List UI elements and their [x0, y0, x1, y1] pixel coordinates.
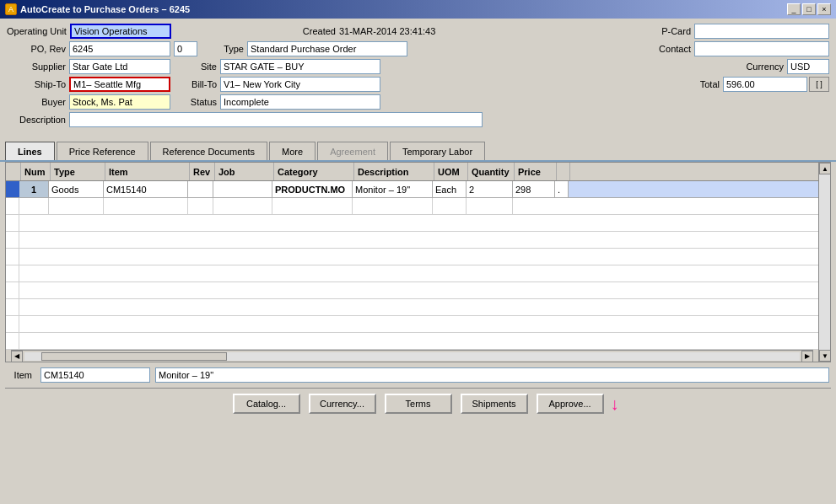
tab-lines[interactable]: Lines [5, 142, 55, 160]
cell-category[interactable]: PRODUCTN.MO [272, 181, 353, 197]
col-price: Price [515, 163, 557, 180]
pcard-input[interactable] [694, 24, 829, 39]
ship-to-label: Ship-To [7, 79, 66, 89]
description-label: Description [7, 115, 66, 125]
empty-row [6, 215, 818, 232]
cell-uom[interactable]: Each [433, 181, 467, 197]
empty-row [6, 232, 818, 249]
item-desc-input[interactable] [155, 367, 829, 383]
form-row-buyer: Buyer Status [7, 94, 829, 110]
terms-button[interactable]: Terms [385, 394, 452, 414]
currency-button[interactable]: Currency... [309, 394, 376, 414]
col-uom: UOM [434, 163, 468, 180]
horizontal-scrollbar[interactable]: ◀ ▶ [11, 350, 813, 362]
operating-unit-label: Operating Unit [7, 26, 67, 36]
currency-input[interactable] [787, 59, 829, 74]
status-input[interactable] [220, 94, 380, 110]
table-row[interactable]: 1 Goods CM15140 PRODUCTN.MO Monitor – 19… [6, 181, 818, 198]
currency-label: Currency [737, 62, 784, 72]
title-bar: A AutoCreate to Purchase Orders – 6245 _… [0, 0, 836, 19]
ship-to-input[interactable] [69, 77, 170, 92]
form-row-operating-unit: Operating Unit Created 31-MAR-2014 23:41… [7, 24, 829, 39]
close-button[interactable]: × [817, 3, 831, 15]
scroll-left-button[interactable]: ◀ [11, 351, 23, 362]
empty-rows [6, 198, 818, 350]
restore-button[interactable]: □ [802, 3, 816, 15]
item-code-input[interactable] [40, 367, 150, 383]
row-selector[interactable] [6, 181, 19, 197]
empty-row [6, 265, 818, 282]
tab-reference-documents[interactable]: Reference Documents [150, 142, 267, 160]
type-label: Type [210, 44, 244, 54]
cell-quantity[interactable]: 2 [467, 181, 513, 197]
cell-job[interactable] [213, 181, 272, 197]
cell-description[interactable]: Monitor – 19" [353, 181, 433, 197]
approve-button[interactable]: Approve... [537, 394, 604, 414]
col-description: Description [354, 163, 434, 180]
form-row-shipto: Ship-To Bill-To Total [ ] [7, 77, 829, 92]
item-status-bar: Item [0, 364, 836, 386]
tab-agreement: Agreement [317, 142, 388, 160]
tabs-bar: Lines Price Reference Reference Document… [0, 138, 836, 162]
window-controls[interactable]: _ □ × [787, 3, 831, 15]
approve-arrow-indicator: ↓ [611, 394, 619, 414]
scroll-down-button[interactable]: ▼ [819, 350, 831, 362]
contact-input[interactable] [694, 41, 829, 56]
cell-rev[interactable] [188, 181, 213, 197]
site-label: Site [183, 62, 217, 72]
form-row-description: Description [7, 112, 829, 127]
po-rev-num-input[interactable] [174, 41, 197, 56]
minimize-button[interactable]: _ [787, 3, 801, 15]
scroll-thumb[interactable] [41, 352, 227, 361]
scroll-up-button[interactable]: ▲ [819, 163, 831, 174]
col-category: Category [274, 163, 354, 180]
tab-more[interactable]: More [269, 142, 316, 160]
empty-row [6, 299, 818, 316]
po-rev-input[interactable] [69, 41, 170, 56]
col-type: Type [51, 163, 105, 180]
bottom-buttons: Catalog... Currency... Terms Shipments A… [0, 390, 836, 417]
empty-row [6, 198, 818, 215]
bill-to-input[interactable] [220, 77, 380, 92]
total-expand-button[interactable]: [ ] [809, 77, 829, 92]
created-label: Created [289, 26, 336, 36]
total-input[interactable] [723, 77, 807, 92]
tab-price-reference[interactable]: Price Reference [57, 142, 148, 160]
catalog-button[interactable]: Catalog... [233, 394, 300, 414]
scroll-track [24, 352, 800, 361]
status-label: Status [183, 97, 217, 107]
shipments-button[interactable]: Shipments [461, 394, 528, 414]
buyer-label: Buyer [7, 97, 66, 107]
total-label: Total [690, 79, 720, 89]
cell-extra: . [555, 181, 569, 197]
cell-type[interactable]: Goods [49, 181, 104, 197]
item-label: Item [7, 370, 32, 380]
vertical-scrollbar[interactable]: ▲ ▼ [818, 163, 830, 362]
form-row-po: PO, Rev Type Contact [7, 41, 829, 56]
empty-row [6, 316, 818, 333]
col-extra [557, 163, 570, 180]
scroll-right-button[interactable]: ▶ [801, 351, 813, 362]
col-num: Num [21, 163, 51, 180]
form-row-supplier: Supplier Site Currency [7, 59, 829, 74]
supplier-input[interactable] [69, 59, 170, 74]
col-item: Item [105, 163, 190, 180]
operating-unit-input[interactable] [70, 24, 171, 39]
cell-price[interactable]: 298 [513, 181, 555, 197]
cell-num: 1 [19, 181, 49, 197]
created-value: 31-MAR-2014 23:41:43 [339, 26, 435, 36]
type-input[interactable] [247, 41, 407, 56]
pcard-label: P-Card [649, 26, 691, 36]
supplier-label: Supplier [7, 62, 66, 72]
buyer-input[interactable] [69, 94, 170, 110]
col-quantity: Quantity [468, 163, 515, 180]
cell-item[interactable]: CM15140 [104, 181, 188, 197]
empty-row [6, 249, 818, 265]
table-header: Num Type Item Rev Job Category Descripti… [6, 163, 818, 181]
separator [5, 388, 831, 389]
site-input[interactable] [220, 59, 380, 74]
tab-temporary-labor[interactable]: Temporary Labor [390, 142, 485, 160]
description-input[interactable] [69, 112, 483, 127]
app-icon: A [5, 3, 17, 15]
bill-to-label: Bill-To [183, 79, 217, 89]
